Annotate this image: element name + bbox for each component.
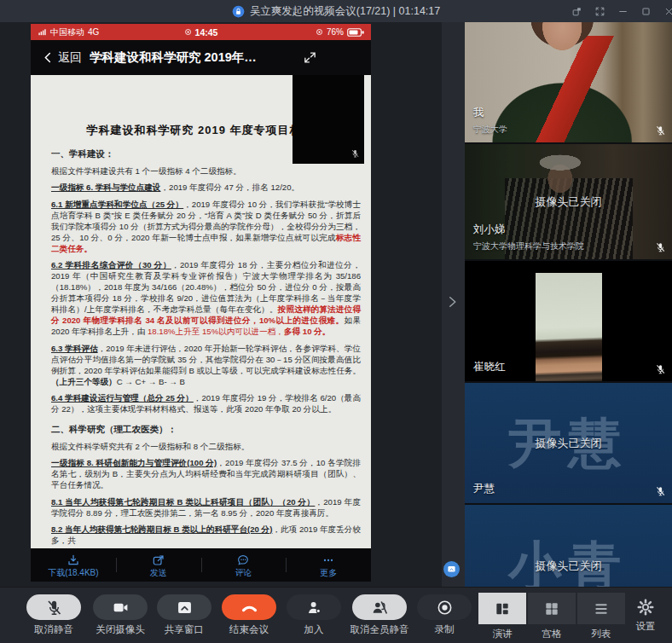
portrait-video-strip [536, 273, 602, 381]
view-list-button[interactable]: 列表 [577, 588, 625, 640]
participant-name: 刘小娣 [473, 223, 584, 237]
phone-send-button: 发送 [116, 548, 201, 582]
shared-screen: 中国移动 4G 14:45 76% [0, 22, 465, 587]
more-icon [322, 553, 335, 567]
phone-nav-bar: 返回 学科建设和科学研究 2019年… [31, 40, 371, 75]
minimize-button[interactable] [614, 3, 631, 20]
toolbar-button-label: 加入 [304, 623, 324, 636]
doc-text: ，2019 年度得分 47 分，排名 12/20。 [160, 182, 299, 192]
mute-all-button-pill [352, 594, 407, 620]
doc-paragraph: 6.3 学科评估，2019 年未进行评估，2020 年开始新一轮学科评估，各参评… [51, 343, 361, 387]
toolbar-button-label: 取消静音 [34, 623, 73, 636]
popout-icon [571, 6, 582, 17]
participant-tile[interactable]: 摄像头已关闭刘小娣宁波大学物理科学与技术学院 [465, 144, 672, 259]
end-call-icon [240, 599, 258, 617]
chat-bubble-button[interactable] [443, 561, 460, 577]
chat-window-icon [446, 564, 457, 575]
doc-text: 8.2 当年人均获得第七轮跨期目标 B 类以上的科研平台(20 分) [51, 524, 272, 534]
phone-toolbar-label: 发送 [150, 568, 167, 577]
view-speaker-button[interactable]: 演讲 [478, 588, 526, 640]
person-add-icon [305, 599, 323, 617]
download-icon [67, 553, 80, 567]
participants-sidebar: 我宁波大学摄像头已关闭刘小娣宁波大学物理科学与技术学院崔晓红尹慧摄像头已关闭尹慧… [465, 22, 672, 587]
phone-status-bar: 中国移动 4G 14:45 76% [31, 24, 371, 40]
mute-toggle-button[interactable]: 取消静音 [15, 588, 92, 636]
phone-back-label: 返回 [58, 50, 82, 66]
doc-paragraph: 6.4 学科建设运行与管理（总分 25 分），2019 年度得分 19 分，学校… [51, 392, 361, 414]
participant-labels: 我宁波大学 [473, 106, 507, 136]
send-icon [152, 553, 165, 567]
maximize-icon [640, 6, 652, 17]
record-icon [436, 599, 454, 617]
name-watermark: 小青 [465, 505, 672, 587]
fullscreen-button[interactable] [591, 3, 608, 20]
share-window-icon [176, 599, 194, 617]
doc-text: 6.1 新增重点学科和学位点（25 分） [51, 200, 183, 209]
mic-muted-icon [45, 599, 63, 617]
toolbar-button-label: 录制 [435, 623, 455, 636]
participant-tile[interactable]: 我宁波大学 [465, 22, 672, 142]
doc-text: 18.18%上升至 15%以内可以进一档， [148, 327, 284, 336]
network-label: 4G [88, 27, 99, 37]
bottom-toolbar: 设置 取消静音关闭摄像头共享窗口结束会议加入取消全员静音录制演讲宫格列表 [0, 587, 672, 643]
mic-muted-icon [655, 124, 666, 137]
phone-toolbar-label: 更多 [320, 568, 337, 577]
invite-button-pill [287, 594, 341, 620]
record-button[interactable]: 录制 [406, 588, 483, 636]
participant-tile[interactable]: 小青摄像头已关闭 [465, 505, 672, 587]
popout-button[interactable] [568, 3, 585, 20]
chevron-right-icon [444, 293, 460, 311]
doc-text: ，2019 年未进行评估，2020 年开始新一轮学科评估，各参评学科、学位点评估… [51, 344, 361, 375]
participant-tile[interactable]: 尹慧摄像头已关闭尹慧 [465, 383, 672, 503]
meeting-app-window: 吴立爽发起的视频会议(17/21) | 01:14:17 中国移动 4G 14:… [0, 0, 672, 643]
doc-text: 多得 10 分。 [284, 327, 330, 336]
phone-download-button: 下载(18.4KB) [31, 548, 116, 582]
doc-text: 二、科学研究（理工农医类）： [51, 424, 177, 434]
phone-more-button: 更多 [286, 548, 371, 582]
participant-tile[interactable]: 崔晓红 [465, 261, 672, 381]
status-dot-icon [184, 28, 192, 36]
camera-off-label: 摄像头已关闭 [465, 436, 672, 451]
mic-muted-icon [655, 362, 666, 376]
camera-icon [112, 599, 130, 617]
speaker-view-icon [494, 600, 511, 617]
close-button[interactable] [660, 3, 672, 20]
phone-doc-title: 学科建设和科学研究 2019年… [90, 49, 257, 66]
doc-paragraph: 8.2 当年人均获得第七轮跨期目标 B 类以上的科研平台(20 分)，此项 20… [51, 524, 361, 546]
doc-text: 6.4 学科建设运行与管理（总分 25 分） [51, 393, 194, 403]
mute-toggle-button-pill [26, 594, 81, 620]
doc-paragraph: 一级指标 6. 学科与学位点建设，2019 年度得分 47 分，排名 12/20… [51, 182, 361, 193]
view-grid-button[interactable]: 宫格 [528, 588, 576, 640]
view-speaker-button-square [478, 593, 526, 624]
doc-paragraph: 二、科学研究（理工农医类）： [51, 424, 361, 435]
status-dot-icon [316, 28, 323, 36]
phone-status-center: 14:45 [184, 27, 218, 38]
view-list-button-square [577, 593, 625, 624]
phone-comment-button: 评论 [201, 548, 287, 582]
doc-text: 6.3 学科评估 [51, 344, 98, 353]
doc-text: （上升三个等级） [51, 377, 117, 386]
camera-off-video-overlay [293, 75, 364, 164]
doc-paragraph: 6.2 学科排名综合评价（30 分），2019 年度得分 18 分，主要分档位分… [51, 259, 361, 337]
title-bar: 吴立爽发起的视频会议(17/21) | 01:14:17 [0, 0, 672, 22]
doc-text: 8.1 当年人均获得第七轮跨期目标 B 类以上科研项目（团队）（20 分） [51, 497, 315, 507]
doc-text: 一级指标 6. 学科与学位点建设 [51, 182, 160, 192]
minimize-icon [617, 6, 629, 17]
shield-lock-icon [232, 5, 245, 18]
list-view-icon [593, 600, 610, 617]
phone-status-left: 中国移动 4G [38, 26, 99, 38]
mic-muted-icon [350, 148, 360, 159]
doc-paragraph: 根据文件学科建设共有 1 个一级指标 4 个二级指标。 [51, 165, 361, 177]
maximize-button[interactable] [637, 3, 654, 20]
settings-button[interactable]: 设置 [620, 588, 671, 633]
grid-view-icon [543, 600, 560, 617]
collapse-sidebar-button[interactable] [444, 293, 463, 315]
view-mode-label: 列表 [592, 628, 611, 640]
phone-status-right: 76% [316, 27, 364, 37]
doc-paragraph: 8.1 当年人均获得第七轮跨期目标 B 类以上科研项目（团队）（20 分），20… [51, 496, 361, 518]
phone-bottom-toolbar: 下载(18.4KB)发送评论更多 [31, 548, 371, 582]
toolbar-button-label: 取消全员静音 [350, 623, 409, 636]
doc-text: 一级指标 8. 科研创新能力与管理评价(100 分) [51, 458, 217, 467]
share-window-button-pill [157, 594, 211, 620]
fullscreen-icon [594, 6, 605, 17]
